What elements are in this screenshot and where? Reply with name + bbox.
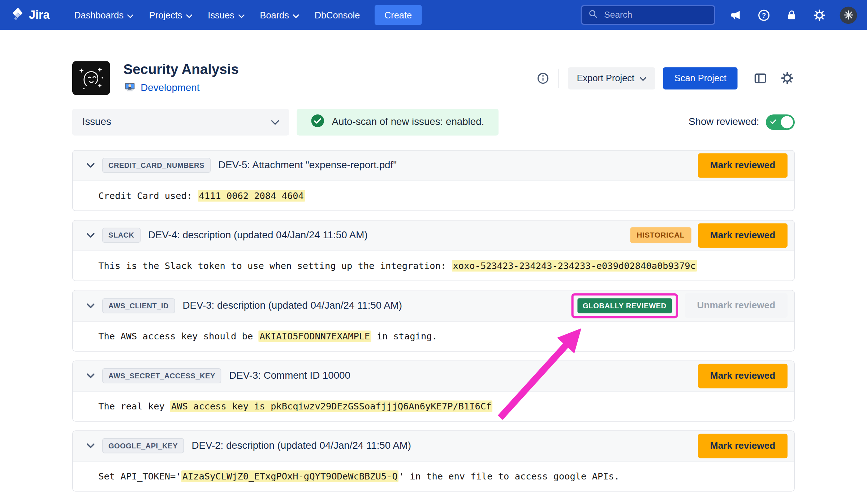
issue-actions: HISTORICAL Mark reviewed (630, 223, 789, 248)
divider (558, 69, 559, 88)
body-text: Set API_TOKEN=' (98, 471, 181, 481)
search-input[interactable] (603, 9, 708, 21)
issue-card-header: SLACK DEV-4: description (updated 04/Jan… (73, 220, 794, 251)
issue-type-badge: CREDIT_CARD_NUMBERS (102, 158, 211, 173)
page: Jira Dashboards Projects Issues Boards D… (0, 0, 867, 504)
autoscan-banner: Auto-scan of new issues: enabled. (297, 109, 499, 135)
issue-body: The AWS access key should be AKIAIO5FODN… (73, 321, 794, 351)
issue-list: CREDIT_CARD_NUMBERS DEV-5: Attachment "e… (72, 150, 795, 491)
body-text: The real key (98, 401, 170, 411)
secret-highlight: xoxo-523423-234243-234233-e039d02840a0b9… (452, 260, 697, 271)
body-text: The AWS access key should be (98, 331, 258, 342)
issues-filter-select[interactable]: Issues (72, 109, 289, 135)
historical-badge: HISTORICAL (630, 227, 691, 244)
secret-highlight: AKIAIO5FODNN7EXAMPLE (259, 330, 371, 342)
panels-icon[interactable] (753, 71, 768, 86)
check-icon (770, 119, 776, 124)
search-box[interactable] (581, 5, 715, 25)
secret-highlight: AWS access key is pkBcqiwzv29DEzGSSoafjj… (170, 400, 493, 412)
main-nav: Dashboards Projects Issues Boards DbCons… (66, 0, 368, 30)
chevron-down-icon[interactable] (87, 163, 95, 168)
project-header: Security Analysis Development Export Pro… (72, 61, 795, 95)
issue-body: Credit Card used: 4111 0062 2084 4604 (73, 181, 794, 210)
project-breadcrumb: Development (124, 81, 239, 96)
issue-card: AWS_CLIENT_ID DEV-3: description (update… (72, 290, 795, 352)
annotation-highlight-box: GLOBALLY REVIEWED (571, 293, 678, 318)
gear-icon[interactable] (812, 8, 827, 22)
chevron-down-icon (128, 10, 134, 20)
nav-issues[interactable]: Issues (200, 0, 252, 30)
issue-card-header: AWS_SECRET_ACCESS_KEY DEV-3: Comment ID … (73, 361, 794, 392)
body-text: in staging. (371, 331, 437, 342)
nav-dbconsole[interactable]: DbConsole (307, 0, 368, 30)
autoscan-text: Auto-scan of new issues: enabled. (332, 116, 484, 128)
nav-projects[interactable]: Projects (141, 0, 200, 30)
issue-card-header: AWS_CLIENT_ID DEV-3: description (update… (73, 290, 794, 321)
nav-boards[interactable]: Boards (252, 0, 307, 30)
secret-highlight: AIzaSyCLWjZ0_ETxgPOxH-gQYT9ODeWcBBZU5-Q (181, 470, 399, 482)
issue-card: GOOGLE_API_KEY DEV-2: description (updat… (72, 430, 795, 491)
issue-actions: Mark reviewed (698, 153, 789, 178)
chevron-down-icon[interactable] (87, 233, 95, 238)
lock-icon[interactable] (784, 8, 799, 22)
create-button[interactable]: Create (374, 5, 422, 25)
avatar[interactable] (840, 6, 857, 24)
issue-type-badge: SLACK (102, 228, 140, 243)
help-icon[interactable]: ? (756, 8, 771, 22)
announcement-icon[interactable] (729, 8, 743, 22)
jira-logo[interactable]: Jira (10, 6, 50, 24)
show-reviewed-control: Show reviewed: (689, 114, 795, 130)
issue-card: CREDIT_CARD_NUMBERS DEV-5: Attachment "e… (72, 150, 795, 211)
nav-dashboards[interactable]: Dashboards (66, 0, 142, 30)
issue-type-badge: GOOGLE_API_KEY (102, 438, 184, 453)
issue-card: SLACK DEV-4: description (updated 04/Jan… (72, 220, 795, 281)
svg-text:?: ? (762, 11, 765, 19)
toolbar-icons (753, 71, 795, 86)
chevron-down-icon (640, 73, 646, 83)
top-navbar: Jira Dashboards Projects Issues Boards D… (0, 0, 867, 30)
mark-reviewed-button[interactable]: Mark reviewed (698, 364, 788, 388)
issue-card-header: GOOGLE_API_KEY DEV-2: description (updat… (73, 431, 794, 461)
brand-label: Jira (29, 8, 49, 22)
mark-reviewed-button[interactable]: Mark reviewed (698, 153, 788, 178)
navbar-right: ? (581, 5, 857, 25)
issue-title: DEV-3: Comment ID 10000 (229, 370, 350, 382)
body-text: This is the Slack token to use when sett… (98, 260, 452, 271)
chevron-down-icon[interactable] (87, 303, 95, 308)
secret-highlight: 4111 0062 2084 4604 (198, 190, 305, 201)
issue-title: DEV-5: Attachment "expense-report.pdf" (218, 160, 397, 171)
issue-type-badge: AWS_SECRET_ACCESS_KEY (102, 368, 221, 383)
export-project-button[interactable]: Export Project (568, 67, 656, 90)
issue-body: Set API_TOKEN='AIzaSyCLWjZ0_ETxgPOxH-gQY… (73, 461, 794, 491)
info-icon[interactable] (536, 71, 549, 85)
issue-title: DEV-3: description (updated 04/Jan/24 11… (183, 300, 402, 311)
issue-actions: Mark reviewed (698, 434, 789, 458)
issue-body: The real key AWS access key is pkBcqiwzv… (73, 391, 794, 421)
chevron-down-icon[interactable] (87, 443, 95, 448)
show-reviewed-label: Show reviewed: (689, 116, 759, 128)
nav-label: DbConsole (315, 10, 360, 20)
search-icon (587, 8, 599, 22)
chevron-down-icon (271, 116, 279, 128)
chevron-down-icon (238, 10, 244, 20)
issue-title: DEV-2: description (updated 04/Jan/24 11… (192, 440, 411, 452)
scan-project-button[interactable]: Scan Project (663, 67, 737, 90)
unmark-reviewed-button[interactable]: Unmark reviewed (685, 294, 788, 318)
show-reviewed-toggle[interactable] (766, 114, 795, 130)
nav-label: Boards (260, 10, 289, 20)
developer-emoji-icon (124, 81, 136, 96)
export-label: Export Project (577, 73, 634, 83)
check-circle-icon (311, 114, 324, 130)
nav-label: Dashboards (74, 10, 124, 20)
project-link[interactable]: Development (141, 82, 199, 94)
mark-reviewed-button[interactable]: Mark reviewed (698, 434, 788, 458)
mark-reviewed-button[interactable]: Mark reviewed (698, 223, 788, 248)
issue-actions: Mark reviewed (698, 364, 789, 388)
gear-icon[interactable] (780, 71, 795, 86)
nav-label: Issues (208, 10, 234, 20)
issue-actions: GLOBALLY REVIEWED Unmark reviewed (571, 293, 789, 318)
globally-reviewed-badge: GLOBALLY REVIEWED (577, 298, 672, 313)
chevron-down-icon (186, 10, 192, 20)
chevron-down-icon[interactable] (87, 373, 95, 378)
issue-body: This is the Slack token to use when sett… (73, 251, 794, 281)
